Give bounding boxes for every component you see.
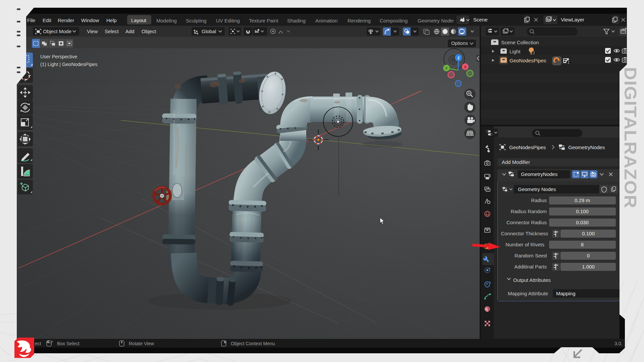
svg-text:GeoNodesPipes: GeoNodesPipes: [509, 144, 546, 150]
svg-text:2: 2: [568, 61, 570, 64]
svg-text:1.000: 1.000: [582, 264, 595, 269]
svg-text:0.100: 0.100: [582, 231, 595, 236]
svg-text:Y: Y: [445, 66, 448, 70]
svg-text:0.030: 0.030: [576, 220, 589, 225]
svg-text:Random Seed: Random Seed: [515, 253, 547, 258]
svg-text:Mapping: Mapping: [556, 291, 576, 296]
svg-text:GeoNodesPipes: GeoNodesPipes: [509, 58, 546, 63]
svg-text:0.29 m: 0.29 m: [575, 197, 590, 203]
svg-text:Additinal Parts: Additinal Parts: [514, 264, 547, 269]
svg-text:0: 0: [587, 253, 590, 258]
svg-text:Radius Random: Radius Random: [511, 208, 547, 214]
svg-text:8: 8: [581, 242, 584, 247]
svg-text:Output Attributes: Output Attributes: [513, 277, 551, 283]
svg-text:Mapping Attiribute: Mapping Attiribute: [508, 291, 548, 296]
svg-text:Number of Rivets: Number of Rivets: [505, 242, 544, 247]
svg-text:Scene Collection: Scene Collection: [501, 40, 539, 45]
svg-text:User Perspective: User Perspective: [40, 54, 77, 59]
svg-text:2: 2: [533, 51, 535, 55]
svg-text:Connector Thickness: Connector Thickness: [501, 231, 548, 236]
svg-text:Light: Light: [509, 49, 521, 54]
svg-text:Z: Z: [458, 56, 460, 60]
svg-text:X: X: [464, 65, 467, 69]
svg-text:GeometryNodes: GeometryNodes: [568, 144, 605, 150]
svg-text:GeometryNodes: GeometryNodes: [521, 171, 557, 177]
svg-text:Radius: Radius: [531, 197, 547, 203]
svg-text:Geometry Nodes: Geometry Nodes: [518, 186, 556, 192]
svg-text:0.100: 0.100: [576, 208, 589, 214]
svg-text:Add Modifier: Add Modifier: [502, 159, 530, 165]
svg-text:(1) Light | GeoNodesPipes: (1) Light | GeoNodesPipes: [40, 62, 98, 67]
svg-text:Connector Radius: Connector Radius: [506, 220, 547, 225]
